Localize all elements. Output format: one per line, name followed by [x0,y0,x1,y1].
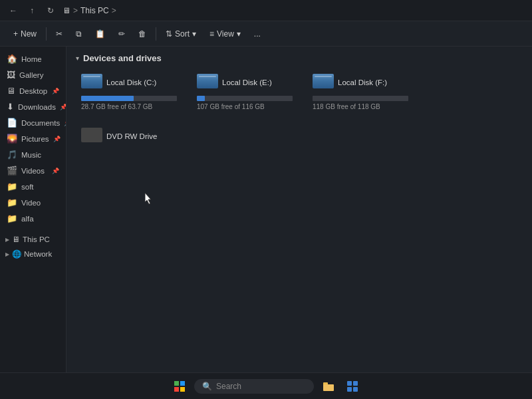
drive-icon-dvd [81,128,102,145]
new-button[interactable]: + New [8,27,42,41]
section-toggle-icon[interactable]: ▾ [76,55,79,62]
taskbar-start-icon[interactable] [170,377,189,396]
drive-item-dvd[interactable]: DVD RW Drive [76,124,182,152]
view-icon: ≡ [209,29,214,39]
breadcrumb-sep2: > [112,6,116,15]
desktop-icon: 🖥 [7,86,15,96]
drive-info-c: 28.7 GB free of 63.7 GB [81,103,152,110]
sidebar-item-video[interactable]: 📁 Video [1,195,65,210]
sidebar-pictures-label: Pictures [21,135,49,143]
svg-rect-0 [174,381,179,386]
section-header: ▾ Devices and drives [76,53,523,63]
music-icon: 🎵 [7,150,17,160]
sort-button[interactable]: ⇅ Sort ▾ [160,27,201,41]
sort-chevron-icon: ▾ [192,29,196,39]
breadcrumb-thispc[interactable]: This PC [80,6,109,15]
new-label: New [21,29,37,39]
sidebar-gallery-label: Gallery [19,71,43,79]
svg-rect-2 [174,387,179,392]
folder-video-icon: 📁 [7,198,17,207]
sidebar-documents-label: Documents [21,119,60,127]
sidebar-alfa-label: alfa [21,215,34,223]
view-chevron-icon: ▾ [237,29,241,39]
drive-bar-e [197,96,293,101]
search-icon: 🔍 [202,382,212,391]
drive-item-e[interactable]: Local Disk (E:) 107 GB free of 116 GB [192,70,298,114]
drive-info-e: 107 GB free of 116 GB [197,103,265,110]
view-button[interactable]: ≡ View ▾ [204,27,246,41]
sidebar-item-downloads[interactable]: ⬇ Downloads 📌 [1,99,65,114]
sidebar-group-network[interactable]: ▶ 🌐 Network [1,247,65,261]
sidebar-item-pictures[interactable]: 🌄 Pictures 📌 [1,131,65,146]
thispc-icon: 🖥 [12,235,20,243]
search-placeholder: Search [216,382,241,391]
drive-header-f: Local Disk (F:) [313,74,387,91]
drive-bar-f [313,96,408,101]
svg-rect-5 [323,384,334,391]
sidebar-music-label: Music [21,151,41,159]
drive-name-c: Local Disk (C:) [106,78,156,86]
sidebar-item-videos[interactable]: 🎬 Videos 📌 [1,163,65,178]
folder-soft-icon: 📁 [7,182,17,192]
taskbar-search[interactable]: 🔍 Search [194,379,314,394]
more-button[interactable]: ... [249,27,266,41]
pin-icon: 📌 [52,88,59,94]
delete-button[interactable]: 🗑 [133,27,152,41]
main-layout: 🏠 Home 🖼 Gallery 🖥 Desktop 📌 ⬇ Downloads… [0,47,532,380]
pin-icon4: 📌 [53,136,61,142]
folder-alfa-icon: 📁 [7,213,17,223]
toolbar-sep2 [156,27,156,41]
breadcrumb-monitor-icon: 🖥 [63,6,70,15]
sidebar-desktop-label: Desktop [19,87,47,95]
sidebar-group-thispc[interactable]: ▶ 🖥 This PC [1,233,65,246]
drive-header-dvd: DVD RW Drive [81,128,157,145]
breadcrumb: 🖥 > This PC > [63,6,116,15]
gallery-icon: 🖼 [7,70,15,80]
taskbar-files-icon[interactable] [319,377,338,396]
sidebar-item-home[interactable]: 🏠 Home [1,51,65,66]
sidebar-item-gallery[interactable]: 🖼 Gallery [1,67,65,82]
section-title: Devices and drives [83,53,162,63]
toolbar-sep1 [46,27,47,41]
content-area: ▾ Devices and drives Local Disk (C:) 28.… [66,47,532,380]
drive-info-f: 118 GB free of 118 GB [313,103,380,110]
svg-rect-9 [353,387,358,392]
drive-icon-e [197,74,218,91]
downloads-icon: ⬇ [7,102,14,112]
drive-icon-f [313,74,334,91]
cut-button[interactable]: ✂ [51,27,68,41]
refresh-button[interactable]: ↻ [43,3,59,19]
svg-rect-6 [347,381,352,386]
drive-name-e: Local Disk (E:) [222,78,272,86]
breadcrumb-sep1: > [73,6,78,15]
back-button[interactable]: ← [5,3,21,19]
sidebar-thispc-label: This PC [23,235,50,243]
sort-icon: ⇅ [166,29,172,39]
copy-button[interactable]: ⧉ [70,27,87,41]
network-icon: 🌐 [12,249,21,259]
taskbar-app-icon[interactable] [343,377,362,396]
sidebar-soft-label: soft [21,183,34,191]
sidebar-item-desktop[interactable]: 🖥 Desktop 📌 [1,83,65,98]
paste-button[interactable]: 📋 [90,27,110,41]
sidebar-item-music[interactable]: 🎵 Music [1,147,65,162]
nav-buttons: ← ↑ ↻ [5,3,59,19]
drive-name-f: Local Disk (F:) [338,78,387,86]
drive-header-e: Local Disk (E:) [197,74,272,91]
rename-button[interactable]: ✏ [113,27,130,41]
new-icon: + [13,29,18,39]
sidebar-item-documents[interactable]: 📄 Documents 📌 [1,115,65,130]
titlebar: ← ↑ ↻ 🖥 > This PC > [0,0,532,21]
drive-item-f[interactable]: Local Disk (F:) 118 GB free of 118 GB [307,70,414,114]
toolbar: + New ✂ ⧉ 📋 ✏ 🗑 ⇅ Sort ▾ ≡ View ▾ ... [0,21,532,47]
more-label: ... [254,29,261,39]
sidebar-item-soft[interactable]: 📁 soft [1,179,65,194]
drive-item-c[interactable]: Local Disk (C:) 28.7 GB free of 63.7 GB [76,70,182,114]
taskbar: 🔍 Search [0,372,532,399]
drive-name-dvd: DVD RW Drive [106,132,157,140]
up-button[interactable]: ↑ [24,3,40,19]
svg-rect-3 [180,387,185,392]
sidebar-video-label: Video [21,199,41,207]
sidebar-item-alfa[interactable]: 📁 alfa [1,211,65,226]
drive-bar-c [81,96,177,101]
